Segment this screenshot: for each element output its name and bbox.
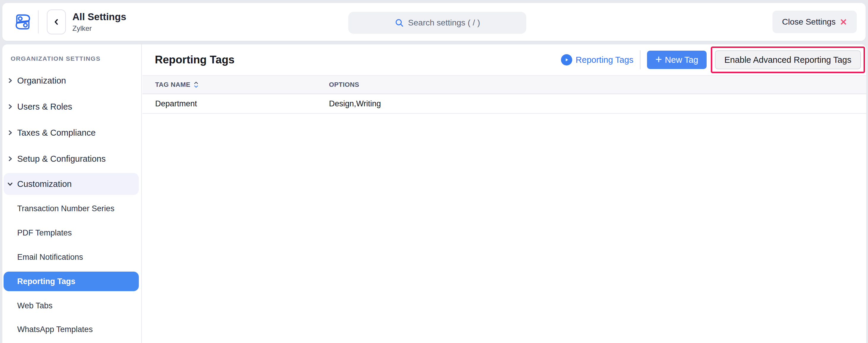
close-settings-button[interactable]: Close Settings ✕ — [773, 11, 857, 33]
header-controls: Reporting Tags + New Tag Enable Advanced… — [561, 46, 865, 73]
top-bar: All Settings Zylker Search settings ( / … — [2, 3, 866, 41]
sidebar-item-email-notifications[interactable]: Email Notifications — [4, 247, 139, 267]
table-header: TAG NAME OPTIONS — [143, 75, 866, 94]
sidebar-item-setup-configurations[interactable]: Setup & Configurations — [4, 149, 139, 169]
zoho-books-logo[interactable] — [13, 13, 32, 31]
cell-options: Design,Writing — [329, 99, 866, 108]
main-panel: Reporting Tags Reporting Tags + New Tag … — [143, 44, 866, 343]
org-name: Zylker — [72, 24, 126, 33]
plus-icon: + — [655, 54, 662, 65]
sidebar-item-users-roles[interactable]: Users & Roles — [4, 97, 139, 117]
sidebar-item-organization[interactable]: Organization — [4, 70, 139, 91]
column-tag-name[interactable]: TAG NAME — [155, 81, 329, 89]
sidebar-section-title: ORGANIZATION SETTINGS — [11, 55, 100, 62]
header-divider — [38, 10, 38, 33]
reporting-tags-help-link[interactable]: Reporting Tags — [561, 54, 633, 65]
sidebar-item-pdf-templates[interactable]: PDF Templates — [4, 223, 139, 243]
sidebar-item-customization[interactable]: Customization — [4, 173, 139, 195]
search-input[interactable]: Search settings ( / ) — [348, 12, 526, 34]
controls-divider — [640, 50, 641, 69]
main-header: Reporting Tags Reporting Tags + New Tag … — [143, 44, 866, 75]
table-row[interactable]: Department Design,Writing — [143, 94, 866, 114]
sidebar-item-transaction-number-series[interactable]: Transaction Number Series — [4, 199, 139, 218]
close-settings-label: Close Settings — [782, 17, 836, 27]
play-icon — [561, 54, 572, 65]
chevron-right-icon — [4, 156, 17, 162]
sidebar-item-web-tabs[interactable]: Web Tabs — [4, 296, 139, 315]
close-icon: ✕ — [840, 17, 847, 27]
chevron-right-icon — [4, 78, 17, 83]
sidebar: ORGANIZATION SETTINGS Organization Users… — [2, 44, 142, 343]
cell-tag-name: Department — [155, 99, 329, 108]
settings-content: ORGANIZATION SETTINGS Organization Users… — [2, 44, 866, 343]
header-titles: All Settings Zylker — [72, 11, 126, 33]
zoho-books-logo-icon — [13, 13, 32, 31]
sidebar-item-reporting-tags[interactable]: Reporting Tags — [4, 272, 139, 291]
new-tag-label: New Tag — [665, 55, 698, 65]
page-title: All Settings — [72, 11, 126, 23]
search-placeholder: Search settings ( / ) — [408, 18, 480, 28]
chevron-right-icon — [4, 130, 17, 136]
enable-advanced-reporting-tags-button[interactable]: Enable Advanced Reporting Tags — [715, 50, 861, 69]
highlight-annotation-box: Enable Advanced Reporting Tags — [711, 46, 865, 73]
chevron-right-icon — [4, 104, 17, 110]
search-icon — [395, 18, 404, 28]
back-button[interactable] — [47, 9, 66, 34]
sidebar-item-whatsapp-templates[interactable]: WhatsApp Templates — [4, 319, 139, 339]
column-options: OPTIONS — [329, 81, 866, 89]
main-title: Reporting Tags — [155, 54, 235, 66]
sort-icon — [193, 81, 199, 89]
sidebar-item-taxes-compliance[interactable]: Taxes & Compliance — [4, 123, 139, 143]
new-tag-button[interactable]: + New Tag — [647, 50, 707, 69]
chevron-left-icon — [53, 19, 60, 26]
chevron-down-icon — [4, 181, 17, 187]
